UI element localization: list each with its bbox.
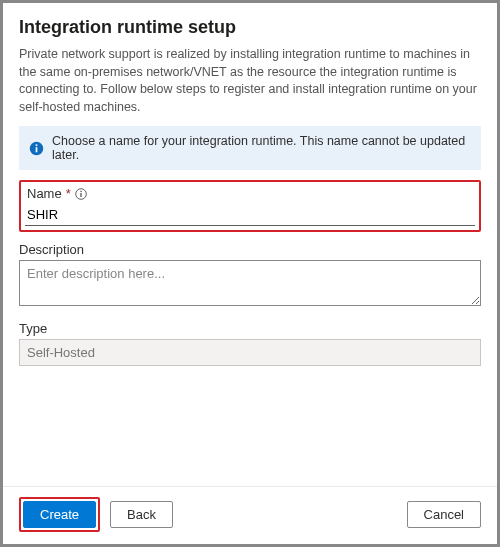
description-label: Description <box>19 242 481 257</box>
footer-bar: Create Back Cancel <box>3 486 497 544</box>
create-button-highlight: Create <box>19 497 100 532</box>
create-button[interactable]: Create <box>23 501 96 528</box>
type-label: Type <box>19 321 481 336</box>
name-label: Name * <box>25 186 475 201</box>
svg-rect-4 <box>80 193 81 197</box>
svg-rect-5 <box>80 190 81 191</box>
page-title: Integration runtime setup <box>19 17 481 38</box>
help-icon[interactable] <box>75 188 87 200</box>
type-input <box>19 339 481 366</box>
info-banner: Choose a name for your integration runti… <box>19 126 481 170</box>
svg-rect-1 <box>36 147 38 152</box>
info-icon <box>29 141 44 156</box>
name-label-text: Name <box>27 186 62 201</box>
required-asterisk: * <box>66 186 71 201</box>
back-button[interactable]: Back <box>110 501 173 528</box>
cancel-button[interactable]: Cancel <box>407 501 481 528</box>
name-field-highlight: Name * <box>19 180 481 232</box>
intro-text: Private network support is realized by i… <box>19 46 481 116</box>
info-text: Choose a name for your integration runti… <box>52 134 471 162</box>
name-input[interactable] <box>25 204 475 226</box>
svg-rect-2 <box>36 144 38 146</box>
description-input[interactable] <box>19 260 481 306</box>
